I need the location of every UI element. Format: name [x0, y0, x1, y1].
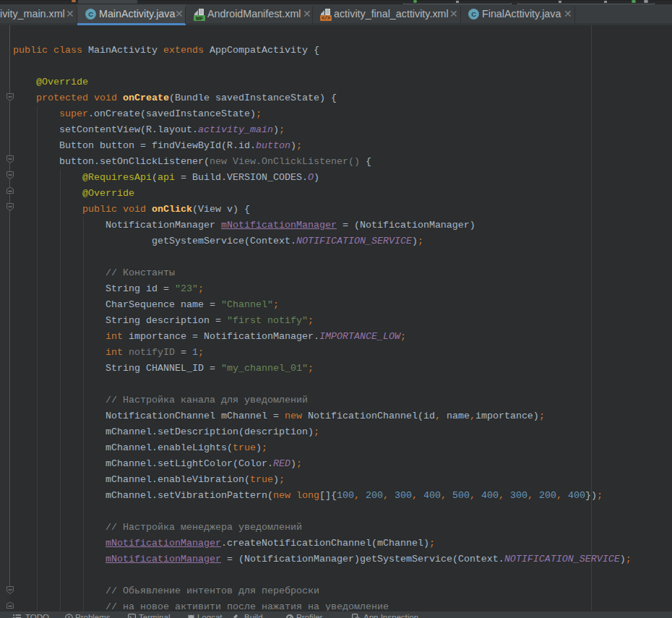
svg-text:MF: MF — [196, 16, 204, 21]
svg-text:</>: </> — [322, 16, 330, 21]
svg-text:C: C — [471, 10, 476, 18]
svg-text:C: C — [88, 10, 93, 18]
